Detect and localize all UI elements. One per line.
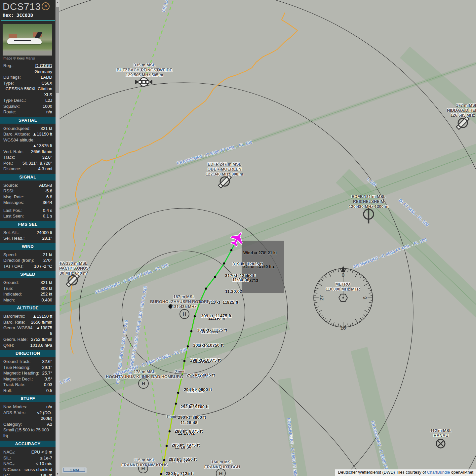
photo-runway [3, 51, 52, 56]
direction-rows: Ground Track: 32.6° True Heading: 29.1° … [0, 359, 56, 393]
scale-label: 1 NM [62, 467, 87, 473]
sidebar-data-row: True: 308 kt [0, 286, 56, 292]
ober-moerlen-glider-icon [217, 173, 233, 190]
aircraft-photo[interactable] [3, 24, 52, 56]
row-value: 0.4 s [43, 208, 52, 214]
photo-credit: Image © Kees Marijs [3, 56, 56, 60]
sidebar-data-row: Indicated: 252 kt [0, 291, 56, 297]
row-label: Pos.: [3, 160, 13, 166]
section-header-fms-sel: FMS SEL [0, 221, 56, 228]
sidebar-data-row: ▲13875 ft [0, 143, 56, 149]
row-label: Sel. Head.: [3, 235, 24, 241]
row-value: 321 kt [41, 280, 52, 286]
aircraft-detail-sidebar: DCS713 ✕ Hex:3CC83D Image © Kees Marijs … [0, 0, 60, 476]
row-value: 21 kt [43, 252, 52, 258]
sidebar-data-row: Category: A2 [0, 421, 56, 427]
tooltip-callsign: DCS713 [243, 278, 282, 283]
row-label: Last Pos.: [3, 208, 22, 214]
sidebar-data-row: Last Seen: 0.1 s [0, 213, 56, 219]
sidebar-data-row: ADS-B Ver.: v2 (DO-260B) [0, 410, 56, 421]
row-label: Reg.: [3, 63, 14, 69]
sidebar-data-row: SIL: ≤ 1e-7 [0, 455, 56, 461]
row-value: < 10 m/s [36, 461, 52, 467]
svg-text:H: H [183, 311, 186, 317]
row-label: Track: [3, 154, 15, 160]
scrollbar-up-icon[interactable]: ▲ [56, 0, 60, 5]
sidebar-data-row: Vert. Rate: 2656 ft/min [0, 149, 56, 155]
sidebar-scrollbar[interactable]: ▲ ▼ [56, 0, 60, 476]
row-label: RSSI: [3, 188, 15, 194]
row-value: 32.6° [42, 359, 52, 365]
sidebar-data-row: NACₚ: EPU < 3 m [0, 449, 56, 455]
header-divider [1, 20, 55, 21]
row-label: Type Desc.: [3, 98, 26, 103]
sidebar-data-row: NACᵥ: < 10 m/s [0, 461, 56, 467]
sidebar-data-row: Type: C56X [0, 80, 56, 86]
orange-boundary-line [70, 13, 298, 354]
sidebar-data-row: Baro. Rate: 2656 ft/min [0, 319, 56, 325]
scrollbar-thumb[interactable] [56, 7, 59, 93]
section-header-speed: SPEED [0, 271, 56, 278]
sidebar-data-row: Rᴄ: 186 m [0, 472, 56, 476]
scrollbar-down-icon[interactable]: ▼ [56, 471, 60, 476]
sidebar-data-row: Roll: 0.5 [0, 388, 56, 394]
sidebar-data-row: Squawk: 1000 [0, 103, 56, 109]
row-value: 2656 ft/min [31, 149, 52, 155]
row-label: Vert. Rate: [3, 149, 23, 155]
sidebar-data-row: Type Desc.: L2J [0, 98, 56, 103]
burgholzhausen-dot-icon [169, 304, 173, 309]
vor-label-south: 18 [340, 325, 346, 331]
tooltip-speed-alt: 321 kt 13150 ft▲ [243, 264, 282, 269]
section-header-altitude: ALTITUDE [0, 305, 56, 311]
photo-house [9, 34, 17, 38]
sidebar-data-row: RSSI: -5.6 [0, 188, 56, 194]
row-label: Messages: [3, 200, 24, 206]
vor-label-north: 0 [342, 272, 344, 278]
row-value: 2656 ft/min [31, 319, 52, 325]
sidebar-data-row: Track Rate: 0.03 [0, 382, 56, 388]
close-icon[interactable]: ✕ [42, 2, 50, 10]
row-value: L2J [45, 98, 52, 103]
sidebar-data-row: DB flags: LADD [0, 74, 56, 80]
photo-windows [14, 40, 31, 41]
section-header-wind: WIND [0, 243, 56, 250]
sidebar-data-row: Sel. Head.: 28.1° [0, 235, 56, 241]
row-label: True: [3, 286, 13, 292]
row-value: Germany [35, 69, 52, 75]
row-value: 321 kt [41, 126, 52, 132]
attribution-chartbundle-link[interactable]: ChartBundle [427, 470, 450, 475]
row-label: Route: [3, 109, 16, 115]
row-value: 28.1° [42, 235, 52, 241]
hanau-closed-airfield-icon [436, 439, 445, 448]
sidebar-data-row: Direction (from): 270° [0, 258, 56, 263]
sidebar-data-row: Pos.: 50.321°, 8.728° [0, 160, 56, 166]
row-value: 32.6° [42, 154, 52, 160]
section-header-direction: DIRECTION [0, 350, 56, 357]
row-label: Direction (from): [3, 258, 34, 263]
attribution-text: Deutscher Wetterdienst (DWD) Tiles court… [338, 470, 427, 475]
row-value: n/a [46, 109, 52, 115]
sidebar-data-row: NICʙᴀʀᴏ: cross-checked [0, 467, 56, 473]
row-label: Roll: [3, 388, 12, 394]
sidebar-data-row: Geom. WGS84: ▲13875 ft [0, 325, 56, 337]
row-label: Nav. Modes: [3, 404, 27, 410]
sidebar-data-row: Distance: 4.3 nmi [0, 166, 56, 172]
row-label: Rᴄ: [3, 472, 10, 476]
row-value: -5.6 [45, 188, 52, 194]
svg-text:H: H [219, 470, 223, 476]
row-label: NICʙᴀʀᴏ: [3, 467, 21, 473]
svg-text:H: H [142, 380, 145, 386]
row-value: C56X [41, 80, 52, 86]
row-value: v2 (DO-260B) [26, 410, 52, 421]
row-label: Source: [3, 182, 18, 188]
sidebar-data-row: Magnetic Heading: 25.7° [0, 370, 56, 376]
helipad-icons [139, 309, 225, 476]
row-value: 252 kt [41, 291, 52, 297]
sidebar-data-row: Route: n/a [0, 109, 56, 115]
map-attribution: Deutscher Wetterdienst (DWD) Tiles court… [335, 469, 476, 476]
fms-sel-rows: Sel. Alt.: 24000 ft Sel. Head.: 28.1° [0, 230, 56, 241]
sidebar-data-row: QNH: 1013.6 hPa [0, 342, 56, 348]
row-value: 1013.6 hPa [30, 342, 52, 348]
row-value: 0.480 [41, 297, 52, 303]
sidebar-data-row: Last Pos.: 0.4 s [0, 208, 56, 214]
